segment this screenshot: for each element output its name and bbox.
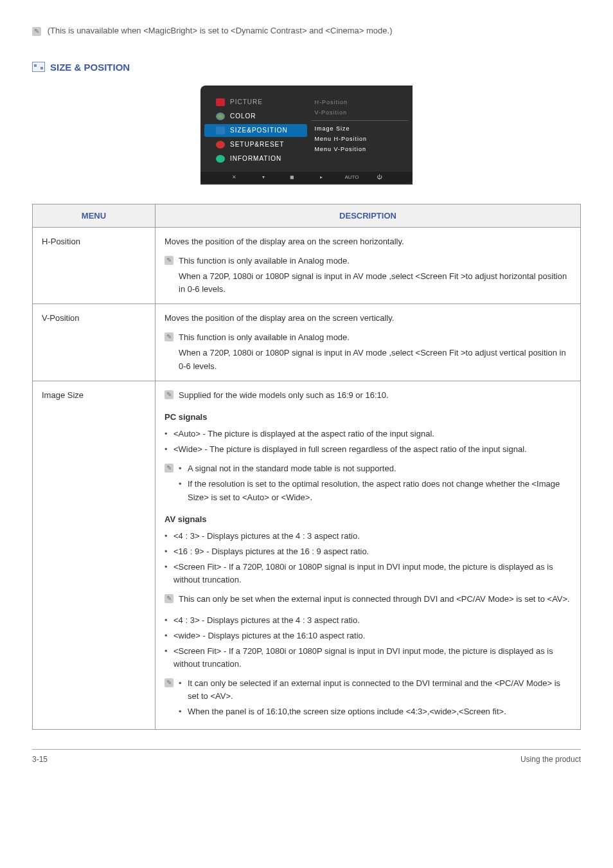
th-desc: DESCRIPTION — [155, 204, 581, 227]
list-item: <16 : 9> - Displays pictures at the 16 :… — [164, 545, 571, 558]
list-item: <wide> - Displays pictures at the 16:10 … — [164, 629, 571, 642]
list-item: When the panel is of 16:10,the screen si… — [179, 705, 571, 718]
list-item: <4 : 3> - Displays pictures at the 4 : 3… — [164, 614, 571, 627]
osd-btn-close: ✕ — [229, 174, 240, 181]
table-row: V-Position Moves the position of the dis… — [33, 304, 581, 381]
osd-info: INFORMATION — [230, 155, 281, 162]
osd-sub-imgsize: Image Size — [311, 123, 413, 134]
note-icon: ✎ — [164, 332, 173, 341]
note-icon: ✎ — [164, 678, 173, 687]
osd-screenshot: PICTURE COLOR SIZE&POSITION SETUP&RESET … — [32, 86, 581, 185]
list-item: <Screen Fit> - If a 720P, 1080i or 1080P… — [164, 561, 571, 586]
osd-sizepos: SIZE&POSITION — [230, 127, 288, 134]
note-line: This can only be set when the external i… — [179, 594, 570, 604]
note-line: When a 720P, 1080i or 1080P signal is in… — [179, 347, 571, 372]
table-row: H-Position Moves the position of the dis… — [33, 227, 581, 304]
osd-color: COLOR — [230, 113, 256, 120]
size-position-icon — [32, 62, 45, 72]
too-note-line: ✎ (This is unavailable when <MagicBright… — [32, 26, 581, 36]
osd-btn-power: ⏻ — [374, 174, 384, 181]
table-row: Image Size ✎ Supplied for the wide model… — [33, 381, 581, 729]
list-item: If the resolution is set to the optimal … — [179, 478, 571, 503]
list-item: <Auto> - The picture is displayed at the… — [164, 428, 571, 440]
list-item: <4 : 3> - Displays pictures at the 4 : 3… — [164, 530, 571, 543]
note-icon: ✎ — [32, 27, 41, 36]
page-footer: 3-15 Using the product — [32, 749, 581, 764]
desc-cell: Moves the position of the display area o… — [155, 227, 581, 304]
osd-sub-mhpos: Menu H-Position — [311, 134, 413, 144]
osd-btn-play: ▸ — [316, 174, 326, 181]
menu-cell: V-Position — [33, 304, 155, 381]
note-line: This function is only available in Analo… — [179, 331, 571, 344]
list-item: A signal not in the standard mode table … — [179, 462, 571, 475]
note-icon: ✎ — [164, 256, 173, 265]
pc-signals-head: PC signals — [164, 411, 571, 424]
osd-sub-vpos: V-Position — [311, 107, 413, 118]
desc-intro: Moves the position of the display area o… — [164, 235, 571, 248]
list-item: <Screen Fit> - If a 720P, 1080i or 1080P… — [164, 645, 571, 671]
osd-btn-auto: AUTO — [345, 174, 355, 181]
footer-left: 3-15 — [32, 755, 48, 764]
section-header: SIZE & POSITION — [32, 62, 581, 73]
note-icon: ✎ — [164, 464, 173, 473]
list-item: <Wide> - The picture is displayed in ful… — [164, 443, 571, 456]
note-line: Supplied for the wide models only such a… — [179, 390, 389, 400]
note-icon: ✎ — [164, 390, 173, 399]
desc-cell: ✎ Supplied for the wide models only such… — [155, 381, 581, 729]
description-table: MENU DESCRIPTION H-Position Moves the po… — [32, 204, 581, 730]
footer-right: Using the product — [520, 755, 581, 764]
av-signals-head: AV signals — [164, 513, 571, 526]
note-icon: ✎ — [164, 594, 173, 603]
osd-sub-hpos: H-Position — [311, 97, 413, 107]
note-line: This function is only available in Analo… — [179, 255, 571, 267]
note-line: When a 720P, 1080i or 1080P signal is in… — [179, 270, 571, 296]
menu-cell: H-Position — [33, 227, 155, 304]
osd-sub-mvpos: Menu V-Position — [311, 144, 413, 154]
osd-picture: PICTURE — [230, 98, 263, 105]
th-menu: MENU — [33, 204, 155, 227]
menu-cell: Image Size — [33, 381, 155, 729]
top-note-text: (This is unavailable when <MagicBright> … — [48, 26, 393, 35]
desc-intro: Moves the position of the display area o… — [164, 312, 571, 325]
list-item: It can only be selected if an external i… — [179, 677, 571, 703]
osd-btn-stop: ◼ — [287, 174, 298, 181]
osd-setup: SETUP&RESET — [230, 141, 284, 148]
desc-cell: Moves the position of the display area o… — [155, 304, 581, 381]
section-title: SIZE & POSITION — [50, 62, 130, 73]
osd-btn-down: ▾ — [258, 174, 269, 181]
